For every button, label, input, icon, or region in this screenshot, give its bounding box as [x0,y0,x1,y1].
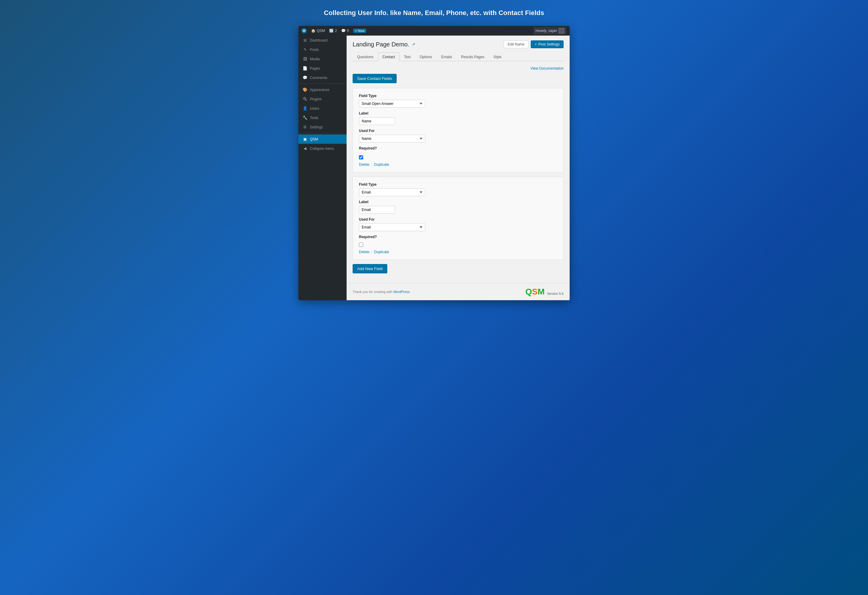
sidebar-label-posts: Posts [310,48,319,52]
add-new-field-button[interactable]: Add New Field [353,264,387,273]
admin-bar-new[interactable]: + New [353,29,366,33]
tab-questions[interactable]: Questions [353,52,378,61]
howdy-text: Howdy, sajan [536,29,557,33]
action-sep-2: | [371,250,372,254]
sidebar-item-qsm[interactable]: ▣ QSM [298,134,347,144]
used-for-select-2[interactable]: Name Email Phone None [359,223,425,231]
sidebar-item-pages[interactable]: 📄 Pages [298,63,347,73]
tab-style[interactable]: Style [489,52,506,61]
field-type-select-1[interactable]: Small Open Answer Large Open Answer Emai… [359,100,425,108]
sidebar-item-dashboard[interactable]: ⊞ Dashboard [298,35,347,45]
field-type-select-2[interactable]: Small Open Answer Large Open Answer Emai… [359,188,425,196]
sidebar-item-collapse[interactable]: ◀ Collapse menu [298,144,347,153]
admin-bar-updates[interactable]: 🔄 2 [329,29,337,33]
qsm-logo: QSM [526,287,545,297]
used-for-label-2: Used For [359,217,557,221]
field-actions-1: Delete | Duplicate [359,162,557,167]
sidebar-item-tools[interactable]: 🔧 Tools [298,113,347,123]
page-title-bar: Collecting User Info. like Name, Email, … [324,6,544,20]
duplicate-link-2[interactable]: Duplicate [374,250,389,254]
wordpress-link[interactable]: WordPress. [393,290,410,294]
field-card-2: Field Type Small Open Answer Large Open … [353,177,564,260]
label-label-1: Label [359,111,557,115]
used-for-label-1: Used For [359,129,557,133]
qsm-m: M [538,287,545,297]
wp-footer: Thank you for creating with WordPress. Q… [347,283,570,300]
wp-main-inner: Landing Page Demo. ↗ Edit Name + Post Se… [347,35,570,283]
required-label-2: Required? [359,235,557,239]
sidebar-label-appearance: Appearance [310,88,329,92]
used-for-row-1: Used For Name Email Phone None [359,129,557,143]
view-documentation-link[interactable]: View Documentation [530,66,564,71]
appearance-icon: 🎨 [303,87,307,92]
field-card-1: Field Type Small Open Answer Large Open … [353,88,564,173]
sidebar-item-appearance[interactable]: 🎨 Appearance [298,85,347,94]
sidebar-item-settings[interactable]: ⚙ Settings [298,123,347,132]
tab-bar: Questions Contact Text Options Emails Re… [353,52,564,61]
tab-contact[interactable]: Contact [378,52,399,61]
sidebar-item-media[interactable]: 🖼 Media [298,54,347,63]
howdy-box: Howdy, sajan [533,27,567,35]
dashboard-icon: ⊞ [303,38,307,43]
external-link-icon[interactable]: ↗ [412,42,415,47]
posts-icon: ✎ [303,47,307,52]
wp-main: Landing Page Demo. ↗ Edit Name + Post Se… [347,35,570,300]
required-checkbox-1[interactable] [359,155,363,159]
sidebar-sep-2 [298,133,347,133]
label-row-2: Label [359,200,557,214]
qsm-s: S [532,287,538,297]
delete-link-2[interactable]: Delete [359,250,369,254]
tab-text[interactable]: Text [399,52,415,61]
field-type-row-2: Field Type Small Open Answer Large Open … [359,182,557,196]
footer-text: Thank you for creating with WordPress. [353,290,410,294]
label-input-2[interactable] [359,206,395,214]
used-for-select-1[interactable]: Name Email Phone None [359,135,425,143]
wp-admin-bar: W 🏠 QSM 🔄 2 💬 0 + New Howdy, sajan [298,26,570,35]
used-for-row-2: Used For Name Email Phone None [359,217,557,231]
sidebar-item-users[interactable]: 👤 Users [298,104,347,113]
post-settings-label: Post Settings [538,42,559,46]
collapse-icon: ◀ [303,146,307,151]
post-settings-button[interactable]: + Post Settings [531,40,564,48]
required-row-1: Required? [359,146,557,152]
save-contact-fields-button[interactable]: Save Contact Fields [353,74,397,83]
main-page-title: Collecting User Info. like Name, Email, … [324,9,544,16]
edit-name-button[interactable]: Edit Name [503,40,528,48]
sidebar-label-comments: Comments [310,76,327,80]
user-avatar [559,28,564,34]
header-buttons: Edit Name + Post Settings [503,40,564,48]
qsm-sidebar-icon: ▣ [303,137,307,141]
admin-bar-site[interactable]: 🏠 QSM [311,29,325,33]
qsm-logo-container: QSM Version 5.6 [526,287,564,297]
tab-options[interactable]: Options [415,52,436,61]
wp-icon[interactable]: W [301,28,307,34]
sidebar-label-settings: Settings [310,125,323,129]
tab-results-pages[interactable]: Results Pages [457,52,489,61]
admin-bar-comments[interactable]: 💬 0 [341,29,349,33]
label-input-1[interactable] [359,117,395,125]
tab-emails[interactable]: Emails [437,52,457,61]
label-row-1: Label [359,111,557,125]
admin-bar-left: W 🏠 QSM 🔄 2 💬 0 + New [301,28,366,34]
sidebar-label-collapse: Collapse menu [310,146,334,151]
sidebar-item-comments[interactable]: 💬 Comments [298,73,347,82]
comments-icon: 💬 [303,75,307,80]
qsm-version: Version 5.6 [547,292,564,295]
sidebar-item-posts[interactable]: ✎ Posts [298,45,347,54]
sidebar-label-users: Users [310,106,319,111]
settings-icon: ⚙ [303,125,307,129]
required-checkbox-row-1 [359,155,557,159]
sidebar-label-pages: Pages [310,66,320,71]
required-checkbox-2[interactable] [359,243,363,247]
users-icon: 👤 [303,106,307,111]
field-type-label-1: Field Type [359,94,557,98]
quiz-title-text: Landing Page Demo. [353,41,409,48]
field-actions-2: Delete | Duplicate [359,250,557,254]
duplicate-link-1[interactable]: Duplicate [374,162,389,167]
sidebar-label-qsm: QSM [310,137,318,141]
delete-link-1[interactable]: Delete [359,162,369,167]
field-type-row-1: Field Type Small Open Answer Large Open … [359,94,557,108]
sidebar-item-plugins[interactable]: 🔌 Plugins [298,94,347,104]
action-sep-1: | [371,162,372,167]
admin-bar-right: Howdy, sajan [533,27,567,35]
